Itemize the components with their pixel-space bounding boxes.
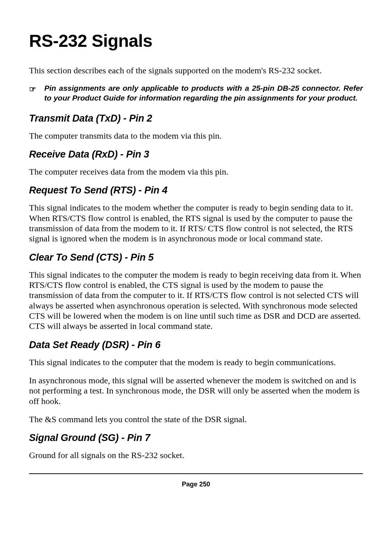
page-footer: Page 250	[29, 481, 363, 488]
heading-rts: Request To Send (RTS) - Pin 4	[29, 185, 363, 196]
paragraph-cts: This signal indicates to the computer th…	[29, 270, 363, 331]
note-text: Pin assignments are only applicable to p…	[44, 83, 363, 103]
page-title: RS-232 Signals	[29, 31, 363, 51]
paragraph-rxd: The computer receives data from the mode…	[29, 167, 363, 177]
heading-rxd: Receive Data (RxD) - Pin 3	[29, 149, 363, 160]
heading-cts: Clear To Send (CTS) - Pin 5	[29, 252, 363, 263]
heading-dsr: Data Set Ready (DSR) - Pin 6	[29, 339, 363, 351]
intro-paragraph: This section describes each of the signa…	[29, 65, 363, 76]
paragraph-sg: Ground for all signals on the RS-232 soc…	[29, 450, 363, 460]
paragraph-dsr-3: The &S command lets you control the stat…	[29, 414, 363, 424]
note-block: ☞ Pin assignments are only applicable to…	[29, 83, 363, 103]
pointer-icon: ☞	[29, 83, 44, 103]
paragraph-txd: The computer transmits data to the modem…	[29, 131, 363, 141]
heading-sg: Signal Ground (SG) - Pin 7	[29, 432, 363, 444]
heading-txd: Transmit Data (TxD) - Pin 2	[29, 113, 363, 124]
paragraph-rts: This signal indicates to the modem wheth…	[29, 203, 363, 244]
paragraph-dsr-1: This signal indicates to the computer th…	[29, 357, 363, 367]
footer-divider	[29, 473, 363, 474]
page-container: RS-232 Signals This section describes ea…	[0, 0, 392, 555]
paragraph-dsr-2: In asynchronous mode, this signal will b…	[29, 375, 363, 406]
